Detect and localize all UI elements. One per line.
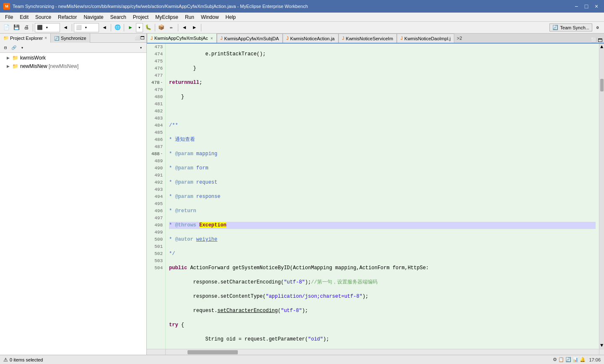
menu-navigate[interactable]: Navigate [80,13,107,22]
tb-extra-btn[interactable]: ⚙ [593,23,602,32]
menu-file[interactable]: File [2,13,16,22]
tb-btn-2[interactable]: ◀ [61,23,70,32]
pt-link-editor[interactable]: 🔗 [10,44,18,52]
code-line-490: response.setContentType("application/jso… [169,293,596,300]
menu-project[interactable]: Project [130,13,152,22]
editor-tab-overflow[interactable]: >2 [454,34,465,43]
menu-edit[interactable]: Edit [16,13,32,22]
menu-run[interactable]: Run [182,13,198,22]
tree-item-kwmiswork[interactable]: ▶ 📁 kwmisWork [0,54,146,62]
tb-btn-4[interactable]: 📦 [157,23,166,32]
line-493: 493 [147,186,163,193]
editor-min-button[interactable]: ⬜ [591,37,597,43]
maximize-button[interactable]: □ [582,2,591,10]
tab1-file-icon: J [151,36,153,41]
tab2-file-icon: J [221,36,223,41]
editor-tab-3[interactable]: J KwmisNoticeAction.ja [283,34,338,43]
menu-source[interactable]: Source [32,13,55,22]
pt-menu[interactable]: ▾ [137,44,145,52]
tab2-label: KwmisAppCyfwXmSubjDA [224,36,279,41]
tab1-close[interactable]: × [211,36,213,41]
editor-tab-1[interactable]: J KwmisAppCyfwXmSubjAc × [147,34,217,43]
editor-tab-4[interactable]: J KwmisNoticeServiceIm [338,34,397,43]
tb-globe-button[interactable]: 🌐 [113,23,122,32]
line-486: 486 [147,136,163,143]
editor-area-scroll[interactable]: e.printStackTrace(); } return null; } /*… [166,44,599,349]
code-content: e.printStackTrace(); } return null; } /*… [166,44,599,349]
tree-view: ▶ 📁 kwmisWork ▶ 📁 newMisNew [newMisNew] [0,53,146,355]
team-sync-button[interactable]: 🔄 Team Synch... [549,23,592,31]
menu-search[interactable]: Search [107,13,130,22]
tab-spacer [90,34,133,42]
vscroll-thumb[interactable] [600,79,604,91]
h-scrollbar[interactable] [166,349,599,355]
line-474: 474 [147,51,163,58]
tb-dropdown-2[interactable]: ⬜ ▾ [74,23,99,32]
code-line-481: * @param form [169,165,596,172]
code-line-488: public ActionForward getSystemNoticeByID… [169,265,596,272]
tb-btn-5[interactable]: ✏ [167,23,176,32]
editor-inner: 473 474 475 476 477 478- 479 480 481 482… [147,44,604,349]
tb-print-button[interactable]: 🖨 [22,23,31,32]
line-499: 499 [147,229,163,236]
line-478: 478- [147,79,163,86]
code-line-479: * 通知查看 [169,136,596,143]
editor-tab-2[interactable]: J KwmisAppCyfwXmSubjDA [217,34,283,43]
tb-separator-6 [178,24,178,31]
panel-tab-bar: 📁 Project Explorer × 🔄 Synchronize ⬜ 🗖 [0,34,146,43]
line-numbers: 473 474 475 476 477 478- 479 480 481 482… [147,44,166,349]
hscroll-thumb[interactable] [187,350,238,354]
tab-project-explorer[interactable]: 📁 Project Explorer × [0,34,51,43]
editor-tab-5[interactable]: J KwmisNoticeDaoImpl.j [397,34,454,43]
line-490: 490 [147,165,163,172]
status-time: 17:06 [589,357,601,362]
tb-play-button[interactable]: ▶ [126,23,135,32]
menu-myeclipse[interactable]: MyEclipse [152,13,182,22]
editor-max-button[interactable]: 🗖 [598,38,602,43]
pt-expand[interactable]: ▾ [18,44,26,52]
close-button[interactable]: × [592,2,601,10]
editor-tab-bar: J KwmisAppCyfwXmSubjAc × J KwmisAppCyfwX… [147,34,604,44]
vscroll-track[interactable] [600,49,604,343]
tab-synchronize[interactable]: 🔄 Synchronize [51,34,90,43]
pt-collapse-all[interactable]: ⊟ [2,44,9,52]
tb-perspective-dropdown[interactable]: ⬛ ▾ [35,23,60,32]
tb-save-button[interactable]: 💾 [12,23,21,32]
synchronize-label: Synchronize [61,36,86,41]
panel-maximize-button[interactable]: 🗖 [141,36,145,40]
vscroll-up[interactable]: ▲ [600,44,603,49]
tb-nav-back[interactable]: ◀ [180,23,189,32]
tree-item-newmisNew[interactable]: ▶ 📁 newMisNew [newMisNew] [0,62,146,70]
status-icons-right: ⚙ 📋 🔄 📊 🔔 [553,357,586,362]
tb-run-dropdown[interactable]: ▾ [136,23,143,32]
tb-btn-3[interactable]: ◀ [100,23,109,32]
line-475: 475 [147,58,163,65]
line-491: 491 [147,172,163,179]
tb-nav-fwd[interactable]: ▶ [190,23,199,32]
window-controls: − □ × [572,2,601,10]
status-icon-5: 🔔 [580,357,586,362]
menu-help[interactable]: Help [222,13,240,22]
line-501: 501 [147,243,163,250]
code-line-475: return null; [169,79,596,86]
vertical-scrollbar[interactable]: ▲ ▼ [599,44,604,349]
menu-window[interactable]: Window [198,13,222,22]
code-line-474: } [169,65,596,72]
synchronize-icon: 🔄 [54,36,59,41]
minimize-button[interactable]: − [572,2,581,10]
menu-refactor[interactable]: Refactor [55,13,80,22]
tb-separator-4 [124,24,124,31]
line-473: 473 [147,44,163,51]
title-text: Team Synchronizing - newMisNew/src/com/b… [13,4,308,9]
line-497: 497 [147,215,163,222]
tb-new-button[interactable]: 📄 [2,23,11,32]
status-icon-4: 📊 [573,357,578,362]
vscroll-down[interactable]: ▼ [600,343,603,348]
panel-minimize-button[interactable]: ⬜ [135,36,140,40]
code-line-491: request.setCharacterEncoding("utf-8"); [169,307,596,315]
project-explorer-close[interactable]: × [44,36,47,40]
newmisNew-icon: 📁 [12,63,18,70]
tb-bug-button[interactable]: 🐛 [144,23,153,32]
line-494: 494 [147,193,163,200]
kwmiswork-icon: 📁 [12,55,18,61]
